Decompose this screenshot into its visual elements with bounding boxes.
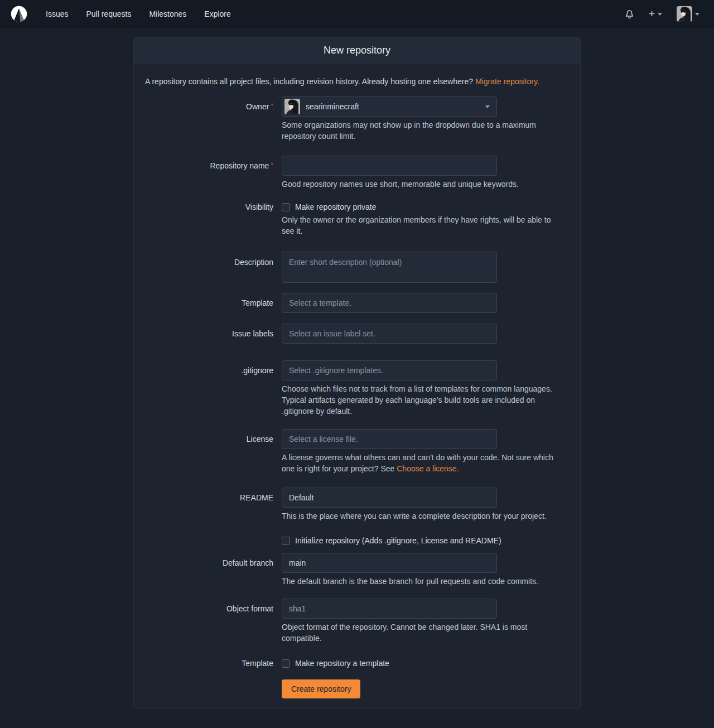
- readme-selected-value: Default: [289, 493, 313, 502]
- object-format-selected-value: sha1: [289, 604, 306, 613]
- top-navbar: Issues Pull requests Milestones Explore …: [0, 0, 714, 28]
- readme-row: README Default This is the place where y…: [145, 488, 569, 522]
- repo-name-input[interactable]: [282, 156, 497, 176]
- visibility-label: Visibility: [145, 202, 282, 237]
- bell-icon: [625, 9, 634, 19]
- gitignore-label: .gitignore: [145, 360, 282, 417]
- readme-help-text: This is the place where you can write a …: [282, 510, 562, 522]
- template-flag-checkbox[interactable]: [282, 659, 290, 668]
- readme-label: README: [145, 488, 282, 522]
- chevron-down-icon: [485, 105, 490, 108]
- nav-link-pull-requests[interactable]: Pull requests: [77, 0, 140, 28]
- init-repo-row: Initialize repository (Adds .gitignore, …: [145, 536, 569, 545]
- description-label: Description: [145, 252, 282, 283]
- private-checkbox[interactable]: [282, 203, 290, 211]
- issue-labels-placeholder: Select an issue label set.: [289, 329, 375, 338]
- repo-name-help-text: Good repository names use short, memorab…: [282, 179, 562, 190]
- template-select-label: Template: [145, 293, 282, 313]
- init-repo-checkbox[interactable]: [282, 537, 290, 545]
- default-branch-help-text: The default branch is the base branch fo…: [282, 576, 562, 587]
- plus-icon: +: [649, 9, 655, 18]
- submit-label-spacer: [145, 679, 282, 698]
- migrate-repository-link[interactable]: Migrate repository.: [475, 77, 539, 86]
- page-title: New repository: [324, 45, 390, 56]
- navbar-right-group: +: [620, 3, 704, 25]
- create-repository-button[interactable]: Create repository: [282, 679, 360, 698]
- default-branch-input[interactable]: [282, 553, 497, 573]
- owner-label: Owner*: [145, 97, 282, 142]
- section-divider: [145, 354, 569, 354]
- codeberg-logo-icon: [10, 5, 28, 23]
- issue-labels-label: Issue labels: [145, 324, 282, 344]
- panel-header: New repository: [134, 38, 580, 64]
- nav-link-explore[interactable]: Explore: [195, 0, 239, 28]
- chevron-down-icon: [695, 13, 699, 16]
- license-placeholder: Select a license file.: [289, 435, 358, 443]
- chevron-down-icon: [658, 13, 662, 16]
- visibility-field-row: Visibility Make repository private Only …: [145, 202, 569, 237]
- license-label: License: [145, 429, 282, 474]
- visibility-help-text: Only the owner or the organization membe…: [282, 214, 562, 237]
- object-format-label: Object format: [145, 599, 282, 644]
- owner-select[interactable]: searinminecraft: [282, 97, 497, 117]
- panel-body: A repository contains all project files,…: [134, 64, 580, 708]
- intro-text: A repository contains all project files,…: [145, 76, 569, 87]
- choose-a-license-link[interactable]: Choose a license.: [397, 464, 459, 473]
- new-repository-panel: New repository A repository contains all…: [133, 37, 581, 708]
- template-flag-row: Template Make repository a template: [145, 658, 569, 668]
- gitignore-placeholder: Select .gitignore templates.: [289, 366, 383, 375]
- init-repo-checkbox-label[interactable]: Initialize repository (Adds .gitignore, …: [295, 536, 501, 545]
- required-asterisk: *: [271, 161, 273, 169]
- user-menu-button[interactable]: [672, 3, 704, 25]
- template-flag-label: Template: [145, 658, 282, 668]
- avatar-image: [677, 6, 692, 22]
- template-select[interactable]: Select a template.: [282, 293, 497, 313]
- gitignore-help-text: Choose which files not to track from a l…: [282, 383, 562, 417]
- template-select-placeholder: Select a template.: [289, 298, 351, 307]
- user-avatar: [677, 6, 692, 22]
- description-textarea[interactable]: [282, 252, 497, 283]
- description-field-row: Description: [145, 252, 569, 283]
- object-format-help-text: Object format of the repository. Cannot …: [282, 621, 562, 644]
- issue-labels-row: Issue labels Select an issue label set.: [145, 324, 569, 344]
- site-logo[interactable]: [10, 5, 28, 23]
- submit-row: Create repository: [145, 679, 569, 698]
- object-format-select[interactable]: sha1: [282, 599, 497, 619]
- repo-name-field-row: Repository name* Good repository names u…: [145, 156, 569, 190]
- owner-avatar: [284, 99, 300, 114]
- license-help-text: A license governs what others can and ca…: [282, 452, 562, 474]
- template-flag-checkbox-label[interactable]: Make repository a template: [295, 659, 389, 668]
- owner-field-row: Owner* searinminecraft: [145, 97, 569, 142]
- nav-link-milestones[interactable]: Milestones: [140, 0, 195, 28]
- nav-link-issues[interactable]: Issues: [37, 0, 77, 28]
- default-branch-row: Default branch The default branch is the…: [145, 553, 569, 587]
- init-repo-label-spacer: [145, 536, 282, 545]
- issue-labels-select[interactable]: Select an issue label set.: [282, 324, 497, 344]
- default-branch-label: Default branch: [145, 553, 282, 587]
- required-asterisk: *: [271, 102, 273, 110]
- repo-name-label: Repository name*: [145, 156, 282, 190]
- readme-select[interactable]: Default: [282, 488, 497, 508]
- gitignore-select[interactable]: Select .gitignore templates.: [282, 360, 497, 380]
- owner-help-text: Some organizations may not show up in th…: [282, 119, 562, 142]
- license-row: License Select a license file. A license…: [145, 429, 569, 474]
- notifications-button[interactable]: [620, 6, 639, 22]
- template-select-row: Template Select a template.: [145, 293, 569, 313]
- private-checkbox-label[interactable]: Make repository private: [295, 203, 377, 211]
- avatar-image: [284, 99, 300, 114]
- owner-selected-value: searinminecraft: [306, 102, 359, 111]
- intro-sentence: A repository contains all project files,…: [145, 77, 473, 86]
- object-format-row: Object format sha1 Object format of the …: [145, 599, 569, 644]
- license-select[interactable]: Select a license file.: [282, 429, 497, 449]
- gitignore-row: .gitignore Select .gitignore templates. …: [145, 360, 569, 417]
- create-new-button[interactable]: +: [644, 6, 667, 22]
